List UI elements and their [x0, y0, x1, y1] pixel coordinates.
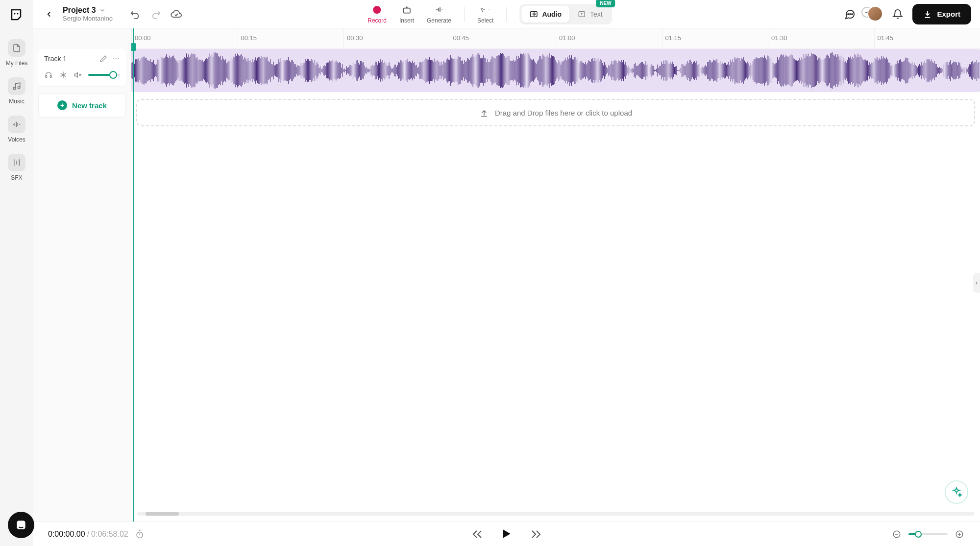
mode-label: Audio [542, 10, 562, 18]
sidebar-label: SFX [11, 174, 22, 181]
svg-point-9 [852, 14, 853, 15]
svg-point-11 [116, 58, 117, 59]
plus-icon: + [57, 100, 67, 110]
time-ruler[interactable]: 00:00 00:15 00:30 00:45 01:00 01:15 01:3… [131, 28, 980, 49]
svg-point-1 [17, 13, 18, 14]
waveform [131, 49, 980, 92]
mode-text-button[interactable]: Text [569, 6, 611, 23]
project-title: Project 3 [63, 5, 96, 15]
zoom-slider[interactable] [908, 533, 948, 535]
track-lane[interactable] [131, 49, 980, 92]
dropzone-text: Drag and Drop files here or click to upl… [495, 109, 632, 117]
svg-point-12 [118, 58, 119, 59]
ruler-mark: 00:00 [135, 34, 151, 42]
undo-button[interactable] [129, 8, 141, 20]
transport-bar: 0:00:00.00 / 0:06:58.02 [33, 522, 980, 546]
svg-point-0 [14, 13, 15, 14]
export-button[interactable]: Export [912, 4, 971, 24]
generate-button[interactable]: Generate [427, 4, 451, 24]
zoom-in-button[interactable] [954, 528, 965, 540]
sidebar-label: Music [9, 98, 24, 105]
editor-main: Track 1 + New [33, 28, 980, 522]
svg-point-10 [113, 58, 114, 59]
horizontal-scrollbar[interactable] [137, 512, 974, 516]
scrollbar-thumb[interactable] [146, 512, 179, 516]
waveform-icon [529, 10, 538, 19]
edit-icon[interactable] [99, 55, 107, 63]
mode-toggle: Audio Text NEW [519, 4, 612, 24]
insert-icon [401, 4, 412, 15]
ruler-mark: 01:30 [771, 34, 787, 42]
project-owner: Sergio Montanino [63, 15, 113, 23]
export-label: Export [937, 10, 960, 18]
headphones-icon[interactable] [44, 71, 53, 79]
notifications-button[interactable] [892, 8, 904, 20]
back-button[interactable] [42, 7, 56, 21]
file-icon [8, 39, 25, 57]
insert-button[interactable]: Insert [399, 4, 414, 24]
topbar: Project 3 Sergio Montanino Record Insert… [33, 0, 980, 28]
music-icon [8, 77, 25, 95]
tool-label: Record [368, 17, 387, 24]
project-info[interactable]: Project 3 Sergio Montanino [63, 5, 113, 23]
time-separator: / [87, 530, 89, 539]
ruler-mark: 01:15 [665, 34, 682, 42]
rewind-button[interactable] [471, 528, 483, 540]
cloud-sync-icon[interactable] [171, 8, 182, 20]
stopwatch-icon[interactable] [135, 530, 144, 539]
playhead[interactable] [133, 28, 134, 522]
ruler-mark: 01:45 [878, 34, 894, 42]
track-header[interactable]: Track 1 [38, 49, 126, 86]
zoom-out-button[interactable] [891, 528, 903, 540]
intercom-button[interactable] [8, 512, 34, 538]
chevron-down-icon [99, 7, 106, 14]
sidebar-item-voices[interactable]: Voices [8, 116, 25, 143]
track-name: Track 1 [44, 55, 67, 63]
play-button[interactable] [500, 527, 514, 541]
redo-button[interactable] [150, 8, 162, 20]
voices-icon [8, 116, 25, 133]
sfx-icon [8, 154, 25, 171]
record-button[interactable]: Record [368, 4, 387, 24]
generate-icon [434, 4, 444, 15]
sidebar-label: Voices [8, 136, 25, 143]
tool-label: Generate [427, 17, 451, 24]
collapse-panel-button[interactable] [973, 273, 980, 293]
select-button[interactable]: Select [477, 4, 493, 24]
sidebar-item-sfx[interactable]: SFX [8, 154, 25, 181]
mute-icon[interactable] [74, 71, 82, 79]
svg-rect-13 [46, 75, 47, 77]
sidebar-item-music[interactable]: Music [8, 77, 25, 105]
mode-audio-button[interactable]: Audio [521, 6, 569, 23]
dropzone[interactable]: Drag and Drop files here or click to upl… [136, 99, 975, 126]
timeline: 00:00 00:15 00:30 00:45 01:00 01:15 01:3… [131, 28, 980, 522]
left-sidebar: My Files Music Voices SFX [0, 0, 33, 546]
svg-point-7 [848, 14, 849, 15]
ai-assist-button[interactable] [945, 480, 968, 504]
svg-point-8 [850, 14, 851, 15]
tool-label: Select [477, 17, 493, 24]
time-total: 0:06:58.02 [91, 530, 128, 539]
app-logo[interactable] [8, 6, 25, 24]
snowflake-icon[interactable] [59, 71, 68, 79]
sidebar-item-myfiles[interactable]: My Files [6, 39, 28, 67]
forward-button[interactable] [530, 528, 542, 540]
volume-slider[interactable] [88, 74, 120, 76]
more-icon[interactable] [112, 55, 120, 63]
time-display: 0:00:00.00 / 0:06:58.02 [48, 530, 144, 539]
sidebar-label: My Files [6, 60, 28, 67]
avatar [867, 6, 883, 22]
svg-rect-14 [50, 75, 51, 77]
collaborators[interactable]: + [864, 5, 883, 24]
ruler-mark: 00:45 [453, 34, 469, 42]
chat-button[interactable] [844, 8, 856, 20]
new-track-button[interactable]: + New track [38, 93, 126, 118]
audio-clip[interactable] [131, 49, 980, 92]
ruler-mark: 00:30 [347, 34, 363, 42]
center-toolbar: Record Insert Generate Select Audio [368, 4, 612, 24]
divider [506, 7, 507, 22]
track-panel: Track 1 + New [33, 28, 131, 522]
tool-label: Insert [399, 17, 414, 24]
svg-rect-4 [403, 8, 410, 13]
time-current: 0:00:00.00 [48, 530, 85, 539]
